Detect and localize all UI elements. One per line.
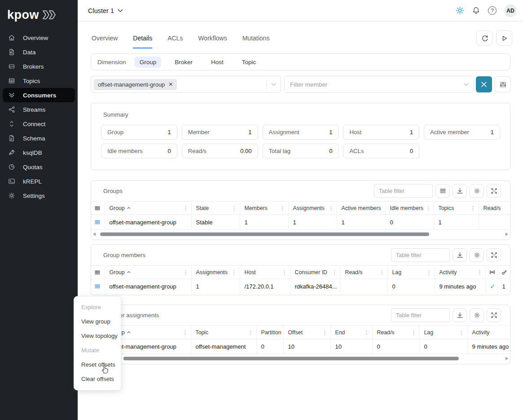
column-kebab-icon[interactable]: ⋮: [426, 269, 435, 276]
column-menu-icon[interactable]: [94, 205, 105, 211]
remove-chip-icon[interactable]: ✕: [168, 82, 173, 87]
column-kebab-icon[interactable]: ⋮: [426, 205, 434, 211]
group-filter-select[interactable]: offset-management-group ✕: [91, 76, 281, 93]
column-kebab-icon[interactable]: ⋮: [183, 329, 191, 336]
scroll-right-arrow[interactable]: [505, 232, 508, 236]
summary-card-reads: Read/s0.00: [182, 144, 258, 158]
dimension-topic[interactable]: Topic: [237, 57, 261, 68]
share-icon: [8, 106, 15, 113]
download-icon[interactable]: [453, 184, 467, 198]
column-kebab-icon[interactable]: ⋮: [364, 329, 372, 336]
download-icon[interactable]: [453, 308, 467, 322]
tab-details[interactable]: Details: [133, 35, 152, 48]
column-kebab-icon[interactable]: ⋮: [459, 329, 467, 336]
sidebar-item-overview[interactable]: Overview: [0, 31, 78, 45]
row-menu-icon[interactable]: [94, 283, 105, 289]
scroll-right-arrow[interactable]: [505, 357, 508, 360]
sidebar-item-quotas[interactable]: Quotas: [0, 160, 78, 174]
column-menu-icon[interactable]: [94, 269, 105, 276]
column-kebab-icon[interactable]: ⋮: [183, 205, 191, 211]
menu-item-clear-offsets[interactable]: Clear offsets: [74, 372, 121, 386]
chevron-down-icon[interactable]: [459, 79, 473, 89]
page-actions: [476, 31, 512, 46]
chevron-down-icon[interactable]: [266, 79, 281, 89]
column-kebab-icon[interactable]: ⋮: [282, 269, 290, 276]
column-kebab-icon[interactable]: ⋮: [232, 269, 240, 276]
dimension-bar: Dimension Group Broker Host Topic: [91, 53, 510, 70]
scrollbar-thumb[interactable]: [100, 232, 429, 236]
tab-workflows[interactable]: Workflows: [198, 35, 227, 48]
expand-icon[interactable]: [487, 248, 501, 262]
row-menu-icon[interactable]: [94, 219, 105, 225]
member-filter-input[interactable]: [290, 81, 459, 88]
column-kebab-icon[interactable]: ⋮: [411, 329, 419, 336]
help-icon[interactable]: ?: [488, 6, 497, 15]
gear-icon[interactable]: [470, 184, 484, 198]
assignments-table-filter-input[interactable]: [391, 308, 450, 322]
terminal-icon: [8, 178, 15, 185]
member-assignments-table-row[interactable]: offset-management-group offset-managemen…: [91, 339, 510, 354]
dimension-broker[interactable]: Broker: [170, 57, 198, 68]
filter-settings-button[interactable]: [495, 76, 511, 92]
sidebar-nav: Overview Data Brokers Topics Consumers S…: [0, 31, 78, 203]
menu-item-view-group[interactable]: View group: [74, 314, 121, 328]
dimension-host[interactable]: Host: [206, 57, 229, 68]
filter-row: offset-management-group ✕: [91, 76, 510, 93]
notifications-bell-icon[interactable]: [472, 6, 480, 15]
theme-sun-icon[interactable]: [456, 6, 464, 15]
kpow-logo[interactable]: kpow: [0, 0, 78, 23]
members-table-filter-input[interactable]: [391, 248, 450, 262]
groups-horizontal-scrollbar[interactable]: [94, 232, 507, 236]
tab-mutations[interactable]: Mutations: [242, 35, 270, 48]
gear-icon[interactable]: [470, 248, 484, 262]
play-button[interactable]: [496, 31, 512, 46]
column-kebab-icon[interactable]: ⋮: [383, 205, 385, 211]
expand-icon[interactable]: [487, 308, 501, 322]
cluster-selector[interactable]: Cluster 1: [88, 7, 123, 14]
scrollbar-thumb[interactable]: [123, 357, 459, 360]
member-filter-select[interactable]: [284, 76, 474, 93]
column-kebab-icon[interactable]: ⋮: [232, 205, 240, 211]
sidebar-item-label: Quotas: [23, 164, 43, 171]
column-kebab-icon[interactable]: ⋮: [470, 205, 479, 211]
groups-table-row[interactable]: offset-management-group Stable 1 1 1 0 1: [91, 215, 510, 230]
drive-icon: [8, 63, 15, 70]
group-members-table-row[interactable]: offset-management-group 1 /172.20.0.1 rd…: [91, 279, 510, 294]
assignments-horizontal-scrollbar[interactable]: [94, 356, 507, 361]
clear-filters-button[interactable]: [476, 76, 492, 92]
refresh-button[interactable]: [476, 31, 492, 46]
sidebar-item-consumers[interactable]: Consumers: [3, 88, 75, 102]
menu-item-reset-offsets[interactable]: Reset offsets: [74, 357, 121, 372]
column-kebab-icon[interactable]: ⋮: [329, 205, 337, 211]
scroll-left-arrow[interactable]: [93, 232, 96, 236]
summary-panel: Summary Group1 Member1 Assignment1 Host1…: [91, 103, 510, 170]
column-kebab-icon[interactable]: ⋮: [183, 269, 191, 276]
download-icon[interactable]: [453, 248, 467, 262]
sidebar-item-data[interactable]: Data: [0, 45, 78, 59]
sidebar-item-connect[interactable]: Connect: [0, 117, 78, 131]
sidebar-item-krepl[interactable]: kREPL: [0, 174, 78, 188]
column-kebab-icon[interactable]: ⋮: [248, 329, 256, 336]
chevron-down-icon: [118, 9, 123, 13]
groups-table-filter-input[interactable]: [374, 184, 433, 198]
sidebar-item-topics[interactable]: Topics: [0, 74, 78, 88]
column-kebab-icon[interactable]: ⋮: [322, 329, 330, 336]
column-kebab-icon[interactable]: ⋮: [477, 269, 485, 276]
gear-icon[interactable]: [470, 308, 484, 322]
tab-overview[interactable]: Overview: [92, 35, 118, 48]
expand-icon[interactable]: [487, 184, 501, 198]
column-kebab-icon[interactable]: ⋮: [280, 205, 288, 211]
avatar[interactable]: AD: [504, 4, 517, 17]
sidebar-item-settings[interactable]: Settings: [0, 188, 78, 203]
tab-acls[interactable]: ACLs: [167, 35, 183, 48]
sidebar-item-schema[interactable]: Schema: [0, 131, 78, 145]
column-kebab-icon[interactable]: ⋮: [379, 269, 387, 276]
rows-menu-button[interactable]: [435, 184, 450, 198]
groups-panel: Groups Group⋮ State⋮ Members⋮ Assignment…: [91, 180, 510, 240]
sidebar-item-ksqldb[interactable]: ksqlDB: [0, 145, 78, 160]
column-kebab-icon[interactable]: ⋮: [332, 269, 340, 276]
sidebar-item-streams[interactable]: Streams: [0, 102, 78, 117]
dimension-group[interactable]: Group: [135, 57, 162, 68]
sidebar-item-brokers[interactable]: Brokers: [0, 59, 78, 74]
menu-item-view-topology[interactable]: View topology: [74, 328, 121, 343]
